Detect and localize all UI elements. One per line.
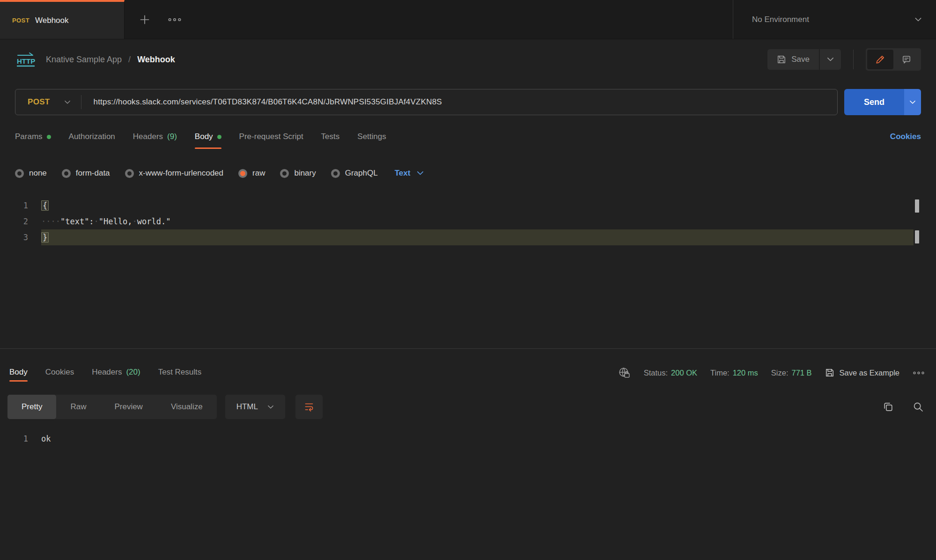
view-visualize[interactable]: Visualize bbox=[157, 395, 217, 419]
editor-line-1[interactable]: 1 { bbox=[0, 198, 914, 214]
cookies-link[interactable]: Cookies bbox=[890, 132, 921, 149]
save-options-button[interactable] bbox=[819, 49, 841, 70]
tab-label: Cookies bbox=[45, 368, 74, 377]
tab-authorization[interactable]: Authorization bbox=[69, 132, 115, 149]
language-value: Text bbox=[395, 169, 411, 178]
chevron-down-icon bbox=[909, 100, 916, 104]
save-as-example-label: Save as Example bbox=[840, 368, 899, 377]
environment-selector[interactable]: No Environment bbox=[733, 0, 936, 39]
response-tab-headers[interactable]: Headers (20) bbox=[92, 368, 140, 385]
tab-body[interactable]: Body bbox=[195, 132, 221, 149]
mode-label: none bbox=[29, 169, 47, 178]
breadcrumb-separator: / bbox=[128, 55, 131, 65]
json-key: "text": bbox=[60, 217, 94, 226]
search-icon bbox=[913, 401, 924, 413]
line-content[interactable]: } bbox=[41, 229, 914, 245]
copy-icon bbox=[883, 401, 894, 413]
tab-label: Settings bbox=[357, 132, 386, 141]
response-body-actions bbox=[883, 401, 929, 413]
wrap-text-icon bbox=[303, 401, 315, 413]
tab-label: Tests bbox=[321, 132, 340, 141]
time-label: Time: bbox=[710, 368, 730, 377]
request-body-editor[interactable]: 1 { 2 ····"text":·"Hello,·world." 3 } bbox=[0, 198, 936, 348]
tab-label: Headers bbox=[92, 368, 122, 377]
view-switcher: Pretty Raw Preview Visualize bbox=[7, 395, 217, 419]
search-button[interactable] bbox=[913, 401, 924, 413]
breadcrumb-request-name: Webhook bbox=[137, 55, 175, 65]
response-tab-test-results[interactable]: Test Results bbox=[158, 368, 202, 385]
mode-binary[interactable]: binary bbox=[280, 169, 316, 178]
send-options-button[interactable] bbox=[904, 89, 921, 115]
response-options-button[interactable] bbox=[913, 371, 925, 375]
tab-params[interactable]: Params bbox=[15, 132, 51, 149]
whitespace-dot: · bbox=[133, 217, 137, 226]
radio-icon bbox=[125, 169, 134, 178]
tab-pre-request-script[interactable]: Pre-request Script bbox=[239, 132, 303, 149]
ellipsis-icon bbox=[168, 17, 182, 22]
time-value: 120 ms bbox=[733, 368, 758, 377]
save-as-example-button[interactable]: Save as Example bbox=[825, 368, 899, 377]
tab-headers[interactable]: Headers (9) bbox=[133, 132, 177, 149]
ellipsis-icon bbox=[913, 371, 925, 375]
documentation-toggle-button[interactable] bbox=[867, 50, 893, 69]
raw-language-selector[interactable]: Text bbox=[395, 169, 424, 178]
save-icon bbox=[825, 368, 834, 377]
tab-settings[interactable]: Settings bbox=[357, 132, 386, 149]
line-content[interactable]: { bbox=[41, 198, 914, 214]
editor-line-3[interactable]: 3 } bbox=[0, 229, 914, 245]
method-value: POST bbox=[28, 97, 50, 107]
tab-tests[interactable]: Tests bbox=[321, 132, 340, 149]
response-tab-cookies[interactable]: Cookies bbox=[45, 368, 74, 385]
wrap-lines-button[interactable] bbox=[295, 395, 323, 419]
view-preview[interactable]: Preview bbox=[100, 395, 156, 419]
url-input[interactable]: https://hooks.slack.com/services/T06TD83… bbox=[81, 97, 442, 107]
mode-x-www-form-urlencoded[interactable]: x-www-form-urlencoded bbox=[125, 169, 223, 178]
open-request-tab[interactable]: POST Webhook bbox=[0, 0, 125, 39]
mode-graphql[interactable]: GraphQL bbox=[331, 169, 378, 178]
response-headers-count: (20) bbox=[126, 368, 140, 377]
json-value-part: world." bbox=[137, 217, 171, 226]
save-button[interactable]: Save bbox=[767, 49, 819, 70]
response-line: 1 ok bbox=[0, 431, 936, 446]
format-selector[interactable]: HTML bbox=[225, 395, 285, 419]
view-pretty[interactable]: Pretty bbox=[7, 395, 56, 419]
response-toolbar: Pretty Raw Preview Visualize HTML bbox=[7, 395, 929, 419]
mode-label: x-www-form-urlencoded bbox=[139, 169, 223, 178]
view-raw[interactable]: Raw bbox=[56, 395, 100, 419]
response-tabs: Body Cookies Headers (20) Test Results bbox=[9, 368, 201, 385]
line-number: 1 bbox=[0, 198, 41, 214]
radio-icon bbox=[62, 169, 71, 178]
headers-count: (9) bbox=[167, 132, 177, 141]
response-body-viewer[interactable]: 1 ok bbox=[0, 431, 936, 446]
size-value: 771 B bbox=[791, 368, 811, 377]
new-tab-button[interactable] bbox=[135, 0, 155, 39]
pencil-icon bbox=[876, 55, 885, 64]
response-tab-body[interactable]: Body bbox=[9, 368, 28, 385]
mode-none[interactable]: none bbox=[15, 169, 47, 178]
method-selector[interactable]: POST bbox=[15, 97, 81, 107]
network-info-button[interactable] bbox=[618, 367, 631, 379]
mode-raw[interactable]: raw bbox=[238, 169, 265, 178]
format-value: HTML bbox=[236, 402, 258, 412]
tab-options-button[interactable] bbox=[163, 0, 186, 39]
copy-button[interactable] bbox=[883, 401, 894, 413]
line-number: 1 bbox=[0, 434, 41, 443]
save-button-group: Save bbox=[767, 49, 841, 70]
breadcrumb-workspace[interactable]: Knative Sample App bbox=[46, 55, 122, 65]
status-pair: Status: 200 OK bbox=[644, 368, 697, 377]
response-text: ok bbox=[41, 434, 51, 443]
tab-method-badge: POST bbox=[12, 17, 29, 24]
comments-toggle-button[interactable] bbox=[893, 50, 920, 69]
size-pair: Size: 771 B bbox=[771, 368, 812, 377]
divider bbox=[853, 50, 854, 69]
mode-form-data[interactable]: form-data bbox=[62, 169, 110, 178]
chevron-down-icon bbox=[914, 17, 922, 22]
mode-label: raw bbox=[252, 169, 265, 178]
tab-title: Webhook bbox=[35, 16, 69, 25]
params-active-dot bbox=[47, 135, 51, 139]
line-content[interactable]: ····"text":·"Hello,·world." bbox=[41, 214, 914, 229]
url-bar: POST https://hooks.slack.com/services/T0… bbox=[15, 89, 838, 115]
send-button[interactable]: Send bbox=[844, 89, 904, 115]
mode-label: GraphQL bbox=[345, 169, 378, 178]
editor-line-2[interactable]: 2 ····"text":·"Hello,·world." bbox=[0, 214, 914, 229]
